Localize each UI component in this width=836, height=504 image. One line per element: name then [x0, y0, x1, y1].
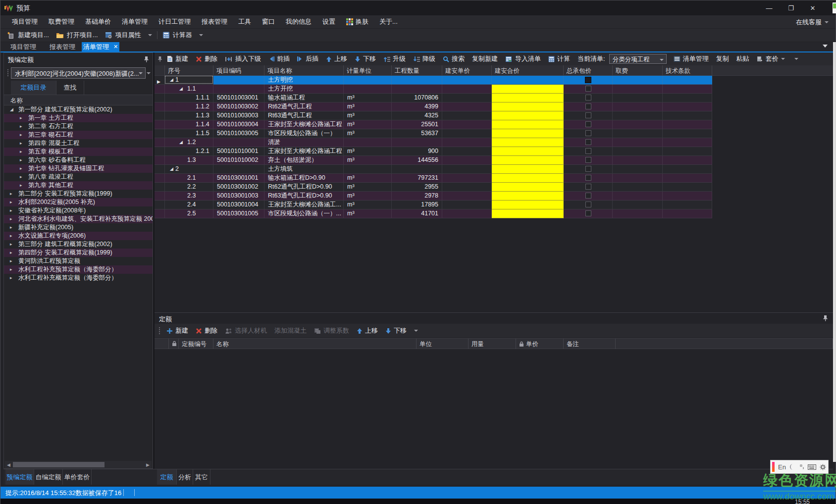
- detail-move-down-button[interactable]: 下移: [385, 326, 407, 335]
- cell-fee[interactable]: [613, 102, 663, 111]
- tree-item[interactable]: ▸第二章 石方工程: [4, 122, 153, 131]
- tab-清单管理[interactable]: 清单管理✕: [82, 42, 119, 51]
- cell-unit[interactable]: m³: [344, 201, 392, 209]
- expand-closed-icon[interactable]: ▸: [10, 265, 12, 274]
- adjust-factor-button[interactable]: 调整系数: [314, 326, 349, 335]
- cell-quantity[interactable]: 4325: [392, 111, 442, 120]
- expand-closed-icon[interactable]: ▸: [20, 139, 22, 148]
- cell-contract-flag[interactable]: [564, 94, 613, 102]
- calculator-button[interactable]: 计算器: [162, 31, 192, 40]
- cell-seq[interactable]: 1.1.2: [165, 102, 213, 111]
- cell-contract-flag[interactable]: [564, 129, 613, 138]
- contract-checkbox[interactable]: [585, 210, 591, 216]
- pin-icon[interactable]: [157, 56, 162, 62]
- ime-language-bar[interactable]: En: [770, 460, 829, 474]
- cell-total-price[interactable]: [492, 138, 564, 147]
- tree-item[interactable]: ◢第一部分 建筑工程预算定额(2002): [4, 105, 153, 114]
- cell-name[interactable]: 输水箱涵工程D>0.90: [264, 174, 344, 183]
- cell-seq[interactable]: 2.3: [165, 192, 213, 201]
- import-list-button[interactable]: 导入清单: [505, 54, 541, 63]
- cell-seq[interactable]: 2.2: [165, 183, 213, 192]
- calculator-dropdown-icon[interactable]: [199, 34, 203, 36]
- menu-item-工具[interactable]: 工具: [233, 15, 257, 29]
- cell-code[interactable]: 500103001005: [213, 209, 264, 218]
- list-manage-button[interactable]: 清单管理: [674, 54, 709, 63]
- tree-item[interactable]: ▸第七章 钻孔灌浆及锚固工程: [4, 164, 153, 173]
- cell-unit-price[interactable]: [442, 165, 492, 174]
- cell-name[interactable]: 市区段规划公路涵（一）: [264, 129, 344, 138]
- tab-项目管理[interactable]: 项目管理: [3, 42, 43, 51]
- left-bottom-tab-单价套价[interactable]: 单价套价: [63, 469, 92, 485]
- tree-item[interactable]: ▸第六章 砂石备料工程: [4, 156, 153, 164]
- combo-extra-dropdown-icon[interactable]: [147, 72, 151, 74]
- expand-closed-icon[interactable]: ▸: [20, 122, 22, 131]
- new-project-button[interactable]: 新建项目...: [7, 31, 49, 40]
- expand-closed-icon[interactable]: ▸: [20, 156, 22, 164]
- cell-name[interactable]: 土方填筑: [264, 165, 344, 174]
- column-header-取费[interactable]: 取费: [613, 65, 663, 75]
- grid-row[interactable]: 2.2500103001002Rt62通气孔工程D>0.90m³2955: [155, 183, 712, 192]
- cell-fee[interactable]: [613, 76, 663, 85]
- menu-item-窗口[interactable]: 窗口: [257, 15, 280, 29]
- cell-fee[interactable]: [613, 156, 663, 165]
- expand-closed-icon[interactable]: ▸: [20, 181, 22, 190]
- grid-row[interactable]: 2.5500103001005市区段规划公路涵（一）...m³41701: [155, 209, 712, 218]
- new-row-button[interactable]: 新建: [166, 54, 188, 63]
- menu-item-清单管理[interactable]: 清单管理: [116, 15, 153, 29]
- cell-fee[interactable]: [613, 147, 663, 156]
- insert-child-button[interactable]: 插入下级: [225, 54, 261, 63]
- tree-item[interactable]: ▸第一章 土方工程: [4, 114, 153, 122]
- cell-contract-flag[interactable]: [564, 183, 613, 192]
- expand-closed-icon[interactable]: ▸: [10, 215, 12, 223]
- pin-icon[interactable]: [144, 56, 149, 62]
- cell-quantity[interactable]: 2955: [392, 183, 442, 192]
- expand-closed-icon[interactable]: ▸: [10, 249, 12, 257]
- cell-tech-terms[interactable]: [663, 201, 712, 209]
- tab-报表管理[interactable]: 报表管理: [43, 42, 82, 51]
- cell-quantity[interactable]: 900: [392, 147, 442, 156]
- contract-checkbox[interactable]: [585, 157, 591, 163]
- cell-total-price[interactable]: [492, 174, 564, 183]
- cell-quantity[interactable]: 797231: [392, 174, 442, 183]
- promote-button[interactable]: 升级: [383, 54, 406, 63]
- cell-code[interactable]: [213, 138, 264, 147]
- cell-name[interactable]: 王家封至大柳滩公路涵工...: [264, 201, 344, 209]
- contract-checkbox[interactable]: [585, 95, 591, 101]
- add-concrete-button[interactable]: 添加混凝土: [274, 326, 307, 335]
- cell-code[interactable]: [213, 76, 264, 85]
- cell-code[interactable]: 500103001004: [213, 201, 264, 209]
- contract-checkbox[interactable]: [585, 148, 591, 154]
- column-header-计量单位[interactable]: 计量单位: [344, 65, 392, 75]
- cell-name[interactable]: Rt63通气孔工程: [264, 111, 344, 120]
- expand-open-icon[interactable]: ◢: [170, 76, 173, 84]
- expand-closed-icon[interactable]: ▸: [20, 173, 22, 181]
- grid-row[interactable]: ◢1.1土方开挖: [155, 85, 712, 94]
- cell-total-price[interactable]: [492, 183, 564, 192]
- cell-contract-flag[interactable]: [564, 102, 613, 111]
- online-service-menu[interactable]: 在线客服: [796, 15, 829, 29]
- cell-code[interactable]: 500101003002: [213, 102, 264, 111]
- column-header-序号[interactable]: 序号: [165, 65, 213, 75]
- column-header-项目名称[interactable]: 项目名称: [264, 65, 344, 75]
- tree-item[interactable]: ▸第四章 混凝土工程: [4, 139, 153, 148]
- cell-quantity[interactable]: 53637: [392, 129, 442, 138]
- search-button[interactable]: 搜索: [443, 54, 465, 63]
- cell-contract-flag[interactable]: [564, 85, 613, 94]
- project-properties-button[interactable]: 项目属性: [105, 31, 141, 40]
- menu-item-换肤[interactable]: 换肤: [341, 15, 374, 29]
- cell-name[interactable]: 王家封至大柳滩公路涵工程: [264, 147, 344, 156]
- cell-code[interactable]: 500101003004: [213, 120, 264, 129]
- move-down-button[interactable]: 下移: [355, 54, 376, 63]
- cell-unit-price[interactable]: [442, 209, 492, 218]
- menu-item-基础单价[interactable]: 基础单价: [80, 15, 116, 29]
- cell-total-price[interactable]: [492, 201, 564, 209]
- cell-total-price[interactable]: [492, 120, 564, 129]
- tree-horizontal-scrollbar[interactable]: ◀ ▶: [5, 461, 152, 468]
- scroll-right-icon[interactable]: ▶: [146, 462, 150, 467]
- tree-item[interactable]: ▸水利工程补充预算定额（海委部分）: [4, 265, 153, 274]
- detail-column-header-单价[interactable]: 单价: [516, 339, 564, 349]
- ime-language-label[interactable]: En: [778, 463, 786, 471]
- cell-unit-price[interactable]: [442, 174, 492, 183]
- column-header-总承包价[interactable]: 总承包价: [564, 65, 613, 75]
- expand-closed-icon[interactable]: ▸: [20, 131, 22, 139]
